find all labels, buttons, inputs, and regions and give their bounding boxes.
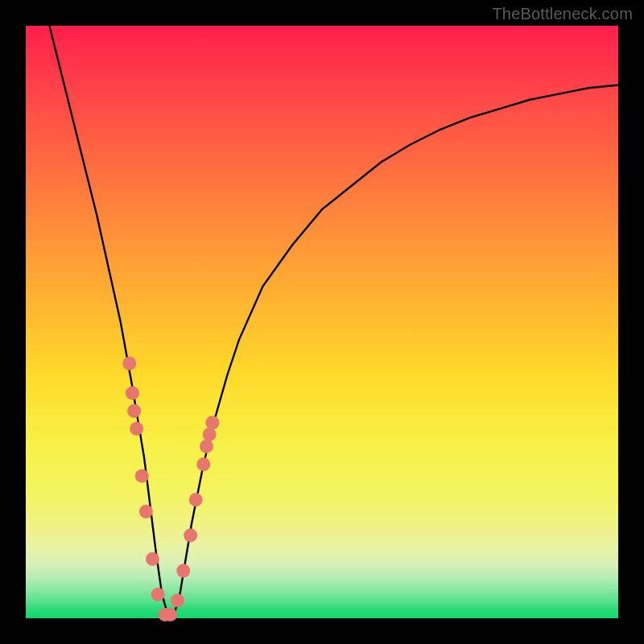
marker-dot [205,416,219,430]
marker-dot [163,608,177,621]
marker-dot [196,457,210,471]
bottleneck-curve [49,26,618,615]
marker-dot [203,427,217,441]
chart-frame: TheBottleneck.com [0,0,644,644]
marker-dot [135,469,149,483]
curve-layer [26,26,618,618]
marker-dot [200,440,213,453]
marker-dot [130,422,143,436]
plot-area [26,26,618,618]
marker-dot [184,528,197,542]
watermark-text: TheBottleneck.com [492,5,633,23]
marker-dot [127,404,141,418]
marker-dot [139,505,153,518]
marker-dot [189,493,203,506]
highlighted-points [122,357,219,621]
marker-dot [146,552,159,566]
marker-dot [151,588,165,601]
marker-dot [176,564,190,578]
marker-dot [126,386,139,400]
marker-dot [171,593,184,607]
marker-dot [122,357,136,370]
